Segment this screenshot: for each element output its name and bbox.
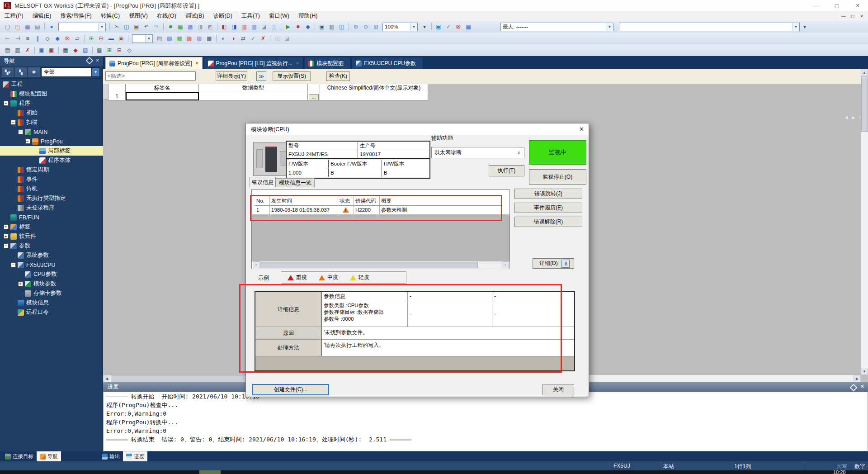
toolbar-icon[interactable]: ✗ [259,34,268,43]
toolbar-icon[interactable]: ▤ [155,34,164,43]
menu-item[interactable]: 转换(C) [96,11,124,21]
tree-item[interactable]: 标签 [0,222,103,232]
tree-item[interactable]: 扫描 [0,118,103,127]
toolbar-icon[interactable]: ↶ [142,23,151,31]
toolbar-icon[interactable]: ◫ [337,23,346,31]
toolbar-icon[interactable]: ◨ [196,23,205,31]
toolbar-icon[interactable]: ◧ [220,23,229,31]
scrollbar-thumb[interactable] [861,76,868,132]
tree-item[interactable]: ProgPou [0,137,103,146]
scroll-left-icon[interactable]: ◀ [103,375,110,382]
mdi-restore-button[interactable]: ▢ [848,12,857,21]
toolbar-icon[interactable]: ▱ [73,34,82,43]
toolbar-icon[interactable]: ⊠ [454,23,463,31]
tree-item[interactable]: 程序 [0,99,103,108]
tree-expander-icon[interactable] [10,205,16,211]
tree-item[interactable]: 参数 [0,241,103,251]
toolbar-icon[interactable]: ● [47,23,56,31]
toolbar-icon[interactable]: ◩ [206,23,215,31]
create-file-button[interactable]: 创建文件(C)... [252,384,329,395]
menu-item[interactable]: 工具(T) [237,11,264,21]
check-button[interactable]: 检查(K) [326,71,350,81]
tree-expander-icon[interactable] [10,195,16,202]
tree-filter-select[interactable]: 全部 [41,67,92,77]
tab-scroll-right-icon[interactable]: ▶ [852,115,859,120]
toolbar-icon[interactable]: ■ [293,23,302,31]
toolbar-icon[interactable]: ▦ [464,23,473,31]
toolbar-icon[interactable]: ⊞ [87,34,96,43]
toolbar-icon[interactable]: ▧ [185,34,194,43]
toolbar-icon[interactable]: ✓ [249,34,258,43]
dock-tab[interactable]: 导航 [37,451,61,461]
toolbar-icon[interactable]: ≡ [23,34,32,43]
tree-item[interactable]: 远程口令 [0,308,103,317]
tree-item[interactable]: 存储卡参数 [0,289,103,298]
scroll-left-icon[interactable]: ‹ [253,261,259,268]
tree-expander-icon[interactable] [10,252,16,259]
toolbar-icon[interactable]: ∥ [33,34,42,43]
dialog-close-button[interactable]: 关闭 [542,384,574,395]
close-icon[interactable]: ✕ [860,384,864,389]
tree-item[interactable]: 恒定周期 [0,165,103,175]
toolbar-icon[interactable] [128,35,128,42]
tree-item[interactable]: 程序本体 [0,156,103,165]
toolbar-icon[interactable]: ▥ [327,23,336,31]
tree-item[interactable]: 系统参数 [0,251,103,260]
tree-item[interactable]: 局部标签 [0,146,103,156]
error-action-button[interactable]: 错误跳转(J) [514,189,582,199]
toolbar-icon[interactable]: ▾ [420,23,429,31]
toolbar-icon[interactable]: ⊖ [361,23,370,31]
toolbar-icon[interactable] [216,35,217,42]
tree-item[interactable]: 无执行类型指定 [0,194,103,203]
toolbar-icon[interactable]: ▣ [132,23,141,31]
toolbar-icon[interactable]: ▥ [165,34,174,43]
toolbar-icon[interactable]: ▬ [107,34,116,43]
toolbar-icon[interactable] [315,23,315,30]
toolbar-icon[interactable]: ◫ [122,23,131,31]
toolbar-icon[interactable]: ▤ [3,46,12,54]
toolbar-icon[interactable]: ⊕ [351,23,360,31]
maximize-button[interactable]: ▢ [826,0,847,11]
tree-expander-icon[interactable] [10,176,16,183]
toolbar-icon[interactable]: ⊟ [97,34,106,43]
toolbar-icon[interactable] [92,47,93,54]
menu-item[interactable]: 调试(B) [181,11,209,21]
toolbar-icon[interactable] [58,47,59,54]
toolbar-icon[interactable] [163,23,164,30]
toolbar-icon[interactable]: ▦ [176,23,185,31]
error-action-button[interactable]: 错误解除(R) [514,217,582,227]
mdi-close-button[interactable]: ✕ [857,12,866,21]
toolbar-icon[interactable] [34,47,35,54]
close-button[interactable]: ✕ [847,0,868,11]
tree-expander-icon[interactable] [3,214,9,221]
tree-expander-icon[interactable] [17,129,24,135]
toolbar-icon[interactable] [281,23,281,30]
dock-tab[interactable]: 进度 [123,451,147,461]
toolbar-icon[interactable]: ▢ [3,23,12,31]
toolbar-icon[interactable]: ▨ [81,46,90,54]
menu-item[interactable]: 诊断(D) [209,11,237,21]
menu-item[interactable]: 在线(O) [152,11,181,21]
tree-expander-icon[interactable] [3,100,9,107]
error-action-button[interactable]: 事件履历(E) [514,203,582,213]
dock-tab[interactable]: 连接目标 [2,451,37,461]
detail-display-button[interactable]: 详细显示(Y) [216,71,247,81]
tree-expander-icon[interactable] [10,262,16,268]
toolbar-icon[interactable]: ✂ [112,23,121,31]
scroll-right-icon[interactable]: ▶ [854,375,861,382]
tree-expand-button[interactable]: ▚ [15,67,27,77]
tree-expander-icon[interactable] [10,186,16,192]
close-icon[interactable]: ✕ [96,58,99,63]
toolbar-icon[interactable]: ⊣ [13,34,22,43]
toolbar-icon[interactable]: ◫ [269,23,278,31]
tab-close-icon[interactable]: ✕ [195,61,199,66]
scrollbar-thumb[interactable] [260,262,478,268]
zoom-combo[interactable]: 100%▼ [382,23,418,31]
grid-cell-comment[interactable] [320,92,428,100]
file-combo[interactable]: ▼ [58,23,106,31]
grid-cell-data-type[interactable] [199,92,308,100]
toolbar-icon[interactable] [270,35,270,42]
minimize-button[interactable]: — [806,0,826,11]
tree-expander-icon[interactable] [3,233,9,240]
toolbar-icon[interactable]: ↷ [152,23,161,31]
